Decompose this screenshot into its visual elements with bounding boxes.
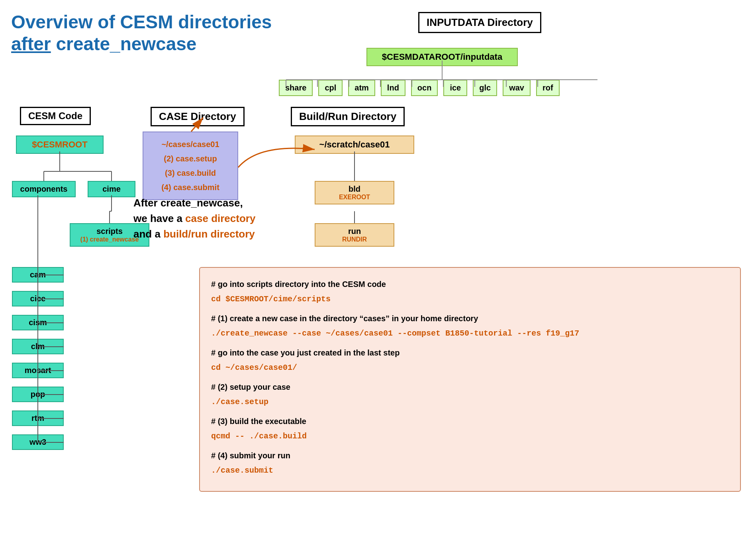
code-section-2: # (1) create a new case in the directory… — [211, 311, 729, 341]
title-after: after — [11, 33, 51, 54]
main-title: Overview of CESM directories after creat… — [11, 11, 272, 55]
inputdata-child-glc: glc — [473, 80, 497, 96]
after-line3: and a build/run directory — [133, 226, 255, 242]
buildrun-label: Build/Run Directory — [291, 107, 405, 126]
comp-pop: pop — [12, 387, 64, 402]
comp-rtm: rtm — [12, 410, 64, 426]
title-line1: Overview of CESM directories — [11, 11, 272, 33]
case-dir-line2: (2) case.setup — [151, 151, 230, 166]
code-section-3: # go into the case you just created in t… — [211, 345, 729, 375]
code-comment-6: # (4) submit your run — [211, 448, 729, 463]
comp-mosart: mosart — [12, 363, 64, 378]
inputdata-child-share: share — [279, 80, 313, 96]
case-dir-line3: (3) case.build — [151, 166, 230, 180]
code-comment-2: # (1) create a new case in the directory… — [211, 311, 729, 326]
comp-cism: cism — [12, 315, 64, 330]
cesm-code-label: CESM Code — [20, 107, 91, 125]
inputdata-child-wav: wav — [503, 80, 531, 96]
case-dir-line4: (4) case.submit — [151, 180, 230, 194]
case-dir-line1: ~/cases/case01 — [151, 137, 230, 151]
scripts-sub: (1) create_newcase — [76, 236, 143, 243]
code-cmd-3: cd ~/cases/case01/ — [211, 360, 729, 375]
title-line2: after create_newcase — [11, 33, 272, 55]
inputdata-child-ice: ice — [443, 80, 467, 96]
code-cmd-5: qcmd -- ./case.build — [211, 429, 729, 444]
code-section-4: # (2) setup your case ./case.setup — [211, 379, 729, 410]
title-rest: create_newcase — [51, 33, 197, 54]
inputdata-child-lnd: lnd — [381, 80, 405, 96]
inputdata-child-cpl: cpl — [318, 80, 343, 96]
scratch-box: ~/scratch/case01 — [295, 136, 414, 154]
code-section-6: # (4) submit your run ./case.submit — [211, 448, 729, 478]
bld-sub: EXEROOT — [321, 194, 388, 201]
code-section-5: # (3) build the executable qcmd -- ./cas… — [211, 414, 729, 444]
code-comment-1: # go into scripts directory into the CES… — [211, 277, 729, 292]
inputdata-label: INPUTDATA Directory — [418, 12, 541, 33]
comp-cam: cam — [12, 267, 64, 283]
after-text: After create_newcase, we have a case dir… — [133, 195, 255, 242]
code-comment-3: # go into the case you just created in t… — [211, 345, 729, 360]
comp-ww3: ww3 — [12, 434, 64, 450]
inputdata-children: share cpl atm lnd ocn ice glc wav rof — [279, 80, 560, 96]
cime-box: cime — [88, 181, 135, 197]
bld-box: bld EXEROOT — [315, 181, 394, 204]
cesmroot-box: $CESMROOT — [16, 136, 104, 154]
inputdata-child-atm: atm — [348, 80, 375, 96]
after-line1: After create_newcase, — [133, 195, 255, 211]
run-box: run RUNDIR — [315, 223, 394, 247]
case-dir-box: ~/cases/case01 (2) case.setup (3) case.b… — [143, 132, 238, 200]
after-line2: we have a case directory — [133, 211, 255, 226]
bld-label: bld — [321, 185, 388, 194]
code-block: # go into scripts directory into the CES… — [199, 267, 741, 492]
scripts-label: scripts — [76, 227, 143, 236]
run-label: run — [321, 227, 388, 236]
inputdata-child-rof: rof — [536, 80, 560, 96]
code-comment-5: # (3) build the executable — [211, 414, 729, 429]
inputdata-child-ocn: ocn — [411, 80, 438, 96]
case-dir-label: CASE Directory — [151, 107, 245, 126]
code-cmd-1: cd $CESMROOT/cime/scripts — [211, 292, 729, 307]
comp-cice: cice — [12, 291, 64, 306]
inputdata-root: $CESMDATAROOT/inputdata — [366, 48, 518, 66]
code-section-1: # go into scripts directory into the CES… — [211, 277, 729, 307]
code-cmd-6: ./case.submit — [211, 463, 729, 478]
code-comment-4: # (2) setup your case — [211, 379, 729, 395]
code-cmd-4: ./case.setup — [211, 395, 729, 410]
code-cmd-2: ./create_newcase --case ~/cases/case01 -… — [211, 326, 729, 341]
components-box: components — [12, 181, 76, 197]
run-sub: RUNDIR — [321, 236, 388, 243]
comp-clm: clm — [12, 339, 64, 354]
